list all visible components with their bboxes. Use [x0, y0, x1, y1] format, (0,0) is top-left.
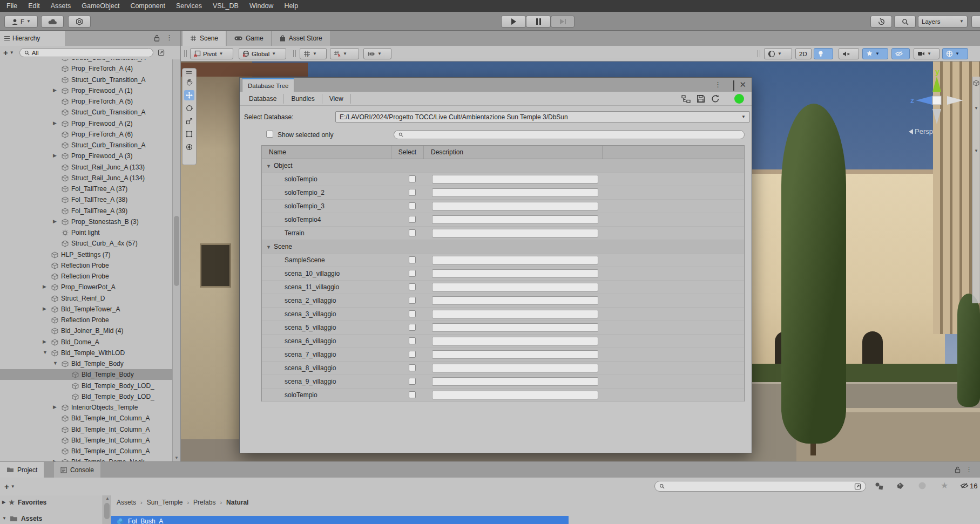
search-button[interactable] — [894, 16, 916, 28]
maximize-icon[interactable] — [733, 82, 734, 90]
kebab-menu-icon[interactable]: ⋮ — [714, 80, 721, 89]
favorites-star-icon[interactable]: ★ — [941, 480, 948, 491]
menu-gameobject[interactable]: GameObject — [76, 0, 125, 12]
hierarchy-item[interactable]: Bld_Temple_Int_Column_A — [0, 446, 180, 457]
orientation-gizmo[interactable]: y z — [907, 67, 967, 132]
step-button[interactable] — [551, 16, 575, 28]
save-icon[interactable] — [697, 94, 705, 103]
expand-expanded-icon[interactable]: ▼ — [266, 164, 271, 169]
table-row[interactable]: scena_9_villaggio — [262, 375, 744, 389]
hierarchy-item[interactable]: Fol_TallTree_A (38) — [0, 194, 180, 205]
dbmenu-bundles[interactable]: Bundles — [284, 94, 322, 104]
dbmenu-view[interactable]: View — [322, 94, 351, 104]
dbmenu-database[interactable]: Database — [242, 94, 284, 104]
hidden-count-eye-icon[interactable] — [960, 482, 969, 489]
expand-collapsed-icon[interactable]: ▶ — [43, 284, 46, 289]
show-selected-checkbox[interactable] — [266, 131, 273, 138]
hierarchy-search-input[interactable]: All — [19, 48, 153, 57]
undo-history-button[interactable] — [870, 16, 892, 28]
hierarchy-item[interactable]: ▶Prop_Firewood_A (1) — [0, 85, 180, 96]
row-description-input[interactable] — [432, 364, 598, 372]
table-row[interactable]: soloTempio_3 — [262, 200, 744, 213]
hierarchy-item[interactable]: ▼Bld_Temple_WithLOD — [0, 348, 180, 358]
package-visibility-icon[interactable] — [918, 481, 927, 490]
move-tool-button[interactable] — [184, 90, 194, 100]
play-button[interactable] — [501, 16, 526, 28]
hierarchy-item[interactable]: Struct_Curb_Transition_A — [0, 107, 180, 118]
menu-services[interactable]: Services — [171, 0, 207, 12]
hierarchy-item[interactable]: Struct_Curb_Transition_A — [0, 140, 180, 151]
lock-icon[interactable] — [154, 35, 160, 42]
table-row[interactable]: scena_8_villaggio — [262, 362, 744, 375]
tab-asset-store[interactable]: Asset Store — [272, 31, 330, 46]
row-description-input[interactable] — [432, 391, 598, 399]
toolbar-handle[interactable] — [293, 50, 296, 57]
row-select-checkbox[interactable] — [409, 202, 416, 209]
hierarchy-item[interactable]: Reflection Probe — [0, 315, 180, 325]
hierarchy-item[interactable]: Prop_FireTorch_A (5) — [0, 96, 180, 107]
breadcrumb-item[interactable]: Natural — [226, 499, 248, 506]
expand-collapsed-icon[interactable]: ▶ — [43, 339, 46, 344]
scroll-down-icon[interactable]: ▼ — [174, 455, 179, 460]
global-dropdown[interactable]: Global ▼ — [239, 48, 286, 59]
hidden-objects-button[interactable] — [891, 48, 910, 59]
menu-assets[interactable]: Assets — [45, 0, 77, 12]
expand-expanded-icon[interactable]: ▼ — [43, 350, 48, 355]
toolbar-handle[interactable] — [184, 50, 187, 57]
hierarchy-item[interactable]: ▶Prop_Stonestash_B (3) — [0, 216, 180, 227]
add-asset-button[interactable]: +▼ — [4, 482, 15, 491]
row-description-input[interactable] — [432, 256, 598, 264]
refresh-icon[interactable] — [711, 94, 720, 103]
hierarchy-item[interactable]: Struct_Reinf_D — [0, 293, 180, 304]
strip-chevron-icon[interactable]: ▼ — [972, 106, 980, 111]
selected-asset-row[interactable]: Fol_Bush_A — [111, 516, 569, 524]
tab-project[interactable]: Project — [0, 462, 44, 478]
row-select-checkbox[interactable] — [409, 229, 416, 236]
row-description-input[interactable] — [432, 283, 598, 291]
row-select-checkbox[interactable] — [409, 297, 416, 304]
hierarchy-item[interactable]: ▶Bld_Dome_A — [0, 337, 180, 348]
hierarchy-item[interactable]: Reflection Probe — [0, 260, 180, 271]
favorites-item[interactable]: ▶ ★ Favorites — [2, 499, 46, 506]
table-row[interactable]: scena_3_villaggio — [262, 308, 744, 321]
hierarchy-item[interactable]: Reflection Probe — [0, 271, 180, 282]
menu-help[interactable]: Help — [279, 0, 303, 12]
snap-increment-dropdown[interactable]: ▼ — [363, 48, 391, 59]
menu-file[interactable]: File — [1, 0, 23, 12]
shading-mode-dropdown[interactable]: ▼ — [764, 48, 792, 59]
hierarchy-item[interactable]: Bld_Temple_Body_LOD_ — [0, 391, 180, 402]
row-select-checkbox[interactable] — [409, 324, 416, 331]
row-description-input[interactable] — [432, 337, 598, 345]
scale-tool-button[interactable] — [184, 116, 194, 126]
snap-settings-dropdown[interactable]: ▼ — [330, 48, 359, 59]
pivot-dropdown[interactable]: Pivot ▼ — [190, 48, 233, 59]
expand-collapsed-icon[interactable]: ▶ — [53, 219, 57, 224]
table-row[interactable]: soloTempio — [262, 389, 744, 402]
hierarchy-tab[interactable]: Hierarchy — [0, 31, 65, 46]
tab-game[interactable]: Game — [227, 31, 271, 46]
cube-icon[interactable] — [973, 80, 979, 86]
scrollbar-thumb[interactable] — [174, 216, 179, 286]
pause-button[interactable] — [526, 16, 551, 28]
hierarchy-item[interactable]: ▼Bld_Temple_Body — [0, 358, 180, 369]
table-row[interactable]: soloTempio4 — [262, 213, 744, 227]
table-row[interactable]: scena_7_villaggio — [262, 348, 744, 362]
hierarchy-item[interactable]: HLP_Settings (7) — [0, 249, 180, 260]
menu-component[interactable]: Component — [125, 0, 171, 12]
perspective-label[interactable]: Persp — [909, 127, 933, 135]
row-select-checkbox[interactable] — [409, 310, 416, 317]
breadcrumb-item[interactable]: Sun_Temple — [147, 499, 183, 506]
row-description-input[interactable] — [432, 188, 598, 197]
hierarchy-item[interactable]: ▶Bld_Temple_Dome_Neck_ — [0, 457, 180, 461]
hierarchy-item[interactable]: Fol_TallTree_A (39) — [0, 206, 180, 216]
row-select-checkbox[interactable] — [409, 189, 416, 196]
row-description-input[interactable] — [432, 202, 598, 210]
overlay-handle-icon[interactable] — [186, 71, 192, 74]
hierarchy-item[interactable]: Struct_Curb_Transition_A — [0, 74, 180, 85]
gizmos-dropdown[interactable]: ▼ — [942, 48, 968, 59]
breadcrumb-item[interactable]: Prefabs — [193, 499, 215, 506]
window-titlebar[interactable]: Database Tree ⋮ ✕ — [240, 78, 752, 92]
hierarchy-item[interactable]: Bld_Temple_Int_Column_A — [0, 424, 180, 435]
rect-tool-button[interactable] — [184, 129, 194, 139]
toolbar-handle[interactable] — [758, 50, 760, 57]
